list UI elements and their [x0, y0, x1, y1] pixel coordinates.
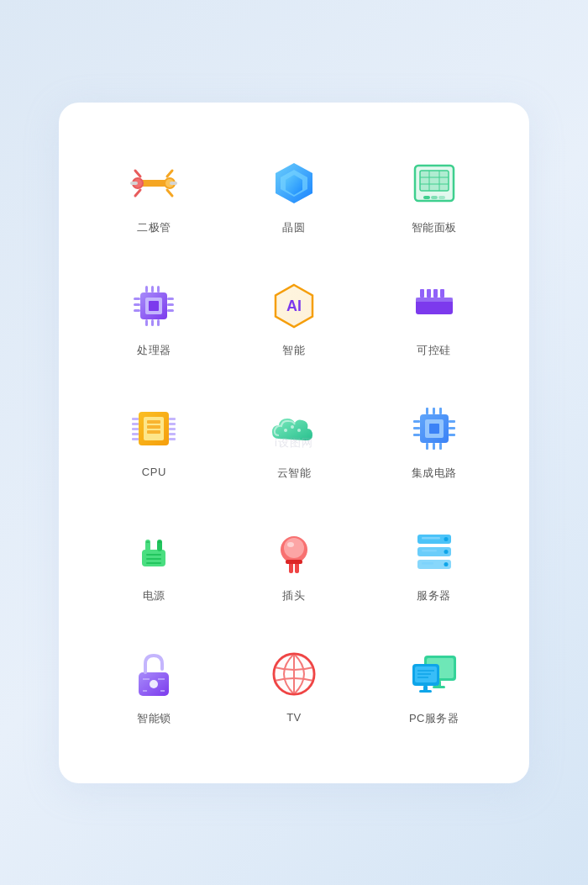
- svg-rect-95: [286, 560, 302, 564]
- svg-point-92: [287, 542, 294, 547]
- svg-rect-33: [167, 309, 174, 312]
- svg-point-65: [291, 425, 294, 429]
- svg-rect-101: [422, 550, 437, 552]
- svg-line-10: [167, 190, 172, 196]
- svg-rect-77: [433, 408, 435, 414]
- svg-rect-16: [420, 171, 449, 191]
- svg-rect-81: [439, 443, 442, 450]
- icon-item-power[interactable]: 电源: [84, 504, 224, 627]
- svg-rect-24: [438, 196, 445, 199]
- diode-label: 二极管: [137, 220, 171, 235]
- svg-rect-39: [157, 319, 160, 326]
- svg-rect-52: [147, 425, 160, 429]
- ai-icon: AI: [267, 279, 321, 333]
- svg-rect-57: [132, 433, 139, 435]
- svg-rect-5: [130, 182, 138, 185]
- wafer-label: 晶圆: [282, 220, 305, 235]
- cloud-ai-label: 云智能: [277, 466, 312, 481]
- svg-rect-22: [423, 196, 430, 199]
- svg-rect-60: [169, 423, 176, 425]
- svg-rect-36: [157, 286, 160, 292]
- svg-rect-78: [439, 408, 442, 414]
- svg-rect-71: [413, 427, 420, 429]
- svg-rect-34: [145, 286, 148, 292]
- svg-rect-37: [145, 319, 148, 326]
- svg-rect-86: [158, 541, 161, 543]
- svg-rect-79: [426, 443, 428, 450]
- svg-rect-32: [167, 303, 174, 306]
- icon-item-smart-panel[interactable]: 智能面板: [364, 136, 504, 259]
- svg-rect-117: [433, 686, 445, 688]
- icon-item-diode[interactable]: 二极管: [84, 136, 224, 259]
- icon-item-tv[interactable]: TV: [224, 627, 365, 750]
- icon-item-thyristor[interactable]: 可控硅: [364, 259, 504, 382]
- pc-server-icon: [407, 647, 461, 701]
- svg-rect-59: [169, 418, 176, 420]
- svg-rect-62: [169, 433, 176, 435]
- icon-item-server[interactable]: 服务器: [364, 504, 504, 627]
- svg-rect-76: [426, 408, 428, 414]
- icon-item-cloud-ai[interactable]: 云智能: [224, 382, 365, 504]
- svg-rect-30: [134, 309, 140, 312]
- cpu-icon: [127, 402, 181, 456]
- svg-rect-72: [413, 434, 420, 436]
- svg-rect-51: [147, 420, 160, 424]
- svg-point-113: [275, 655, 313, 693]
- icon-item-ic[interactable]: 集成电路: [364, 382, 504, 504]
- icon-item-cpu[interactable]: CPU: [84, 382, 224, 504]
- power-label: 电源: [143, 588, 165, 603]
- icon-item-ai[interactable]: AI 智能: [224, 259, 365, 382]
- svg-rect-73: [449, 420, 455, 423]
- svg-point-97: [444, 537, 448, 541]
- svg-point-66: [297, 429, 301, 432]
- svg-rect-47: [440, 289, 444, 298]
- svg-rect-29: [134, 303, 140, 306]
- processor-label: 处理器: [137, 343, 171, 358]
- svg-rect-56: [132, 428, 139, 430]
- svg-rect-98: [422, 537, 440, 540]
- icon-item-pc-server[interactable]: PC服务器: [364, 627, 504, 750]
- wafer-icon: [267, 156, 321, 210]
- ic-label: 集成电路: [412, 466, 457, 481]
- svg-rect-104: [422, 562, 433, 565]
- svg-rect-31: [167, 298, 174, 300]
- thyristor-icon: [407, 279, 461, 333]
- svg-rect-58: [132, 438, 139, 440]
- icon-item-wafer[interactable]: 晶圆: [224, 136, 365, 259]
- smart-lock-label: 智能锁: [137, 711, 171, 726]
- smart-lock-icon: [127, 647, 181, 701]
- svg-rect-6: [170, 182, 177, 185]
- svg-rect-46: [433, 289, 438, 298]
- power-icon: [127, 524, 181, 578]
- smart-panel-icon: [407, 156, 461, 210]
- svg-rect-35: [151, 286, 154, 292]
- svg-rect-85: [146, 541, 150, 543]
- svg-rect-27: [149, 301, 159, 311]
- cloud-ai-icon: [267, 402, 321, 456]
- smart-panel-label: 智能面板: [412, 220, 457, 235]
- svg-line-8: [135, 190, 140, 196]
- pc-server-label: PC服务器: [409, 711, 459, 726]
- icon-item-smart-lock[interactable]: 智能锁: [84, 627, 224, 750]
- diode-icon: [127, 156, 181, 210]
- icon-grid: 二极管: [84, 136, 504, 750]
- icon-item-processor[interactable]: 处理器: [84, 259, 224, 382]
- server-label: 服务器: [417, 588, 451, 603]
- svg-point-106: [150, 680, 158, 688]
- svg-rect-53: [147, 430, 160, 434]
- svg-rect-55: [132, 423, 139, 425]
- svg-rect-23: [431, 196, 438, 199]
- svg-rect-61: [169, 428, 176, 430]
- svg-rect-124: [419, 690, 432, 693]
- svg-line-9: [167, 171, 172, 176]
- svg-rect-28: [134, 298, 140, 300]
- plug-icon: [267, 524, 321, 578]
- main-card: i设图网: [59, 103, 529, 783]
- svg-rect-69: [429, 424, 439, 434]
- processor-icon: [127, 279, 181, 333]
- svg-rect-74: [449, 427, 455, 429]
- svg-rect-54: [132, 418, 139, 420]
- svg-rect-38: [151, 319, 154, 326]
- icon-item-plug[interactable]: 插头: [224, 504, 365, 627]
- svg-rect-63: [169, 438, 176, 440]
